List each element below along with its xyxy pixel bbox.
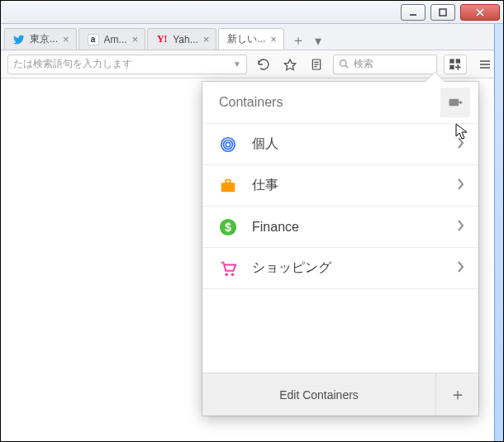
tab-close-icon[interactable]: × <box>63 33 69 45</box>
tab-close-icon[interactable]: × <box>203 33 210 45</box>
svg-rect-15 <box>449 99 459 106</box>
firefox-window: 東京... × a Am... × Y! Yah... × 新しい... × ＋… <box>0 0 504 442</box>
twitter-icon <box>13 34 25 45</box>
bookmark-star-button[interactable] <box>280 55 300 74</box>
svg-text:$: $ <box>225 221 231 233</box>
svg-rect-19 <box>221 183 235 192</box>
close-button[interactable] <box>460 4 500 21</box>
container-label: 個人 <box>252 135 442 153</box>
svg-rect-1 <box>440 9 446 16</box>
dollar-icon: $ <box>219 218 237 236</box>
new-tab-button[interactable]: ＋ <box>288 31 309 50</box>
tab-yahoo[interactable]: Y! Yah... × <box>147 28 216 50</box>
yahoo-icon: Y! <box>156 34 168 45</box>
amazon-icon: a <box>88 34 99 45</box>
url-bar[interactable]: たは検索語句を入力します ▼ <box>7 55 247 74</box>
panel-title: Containers <box>219 95 283 110</box>
search-bar[interactable]: 検索 <box>333 55 437 74</box>
urlbar-dropdown-icon[interactable]: ▼ <box>233 59 241 69</box>
tab-label: 東京... <box>30 32 58 46</box>
containers-icon <box>447 94 464 111</box>
svg-point-17 <box>224 140 233 149</box>
svg-point-16 <box>226 142 231 147</box>
chevron-right-icon <box>457 137 465 152</box>
chevron-right-icon <box>457 261 465 276</box>
briefcase-icon <box>219 177 237 195</box>
svg-rect-10 <box>456 59 460 63</box>
svg-line-8 <box>345 65 348 68</box>
container-label: 仕事 <box>252 177 442 194</box>
hamburger-icon <box>478 58 492 71</box>
tab-label: 新しい... <box>227 32 265 46</box>
svg-rect-11 <box>449 64 454 69</box>
svg-point-24 <box>231 273 235 276</box>
tab-new[interactable]: 新しい... × <box>218 28 284 50</box>
tab-amazon[interactable]: a Am... × <box>78 28 146 50</box>
toolbar: たは検索語句を入力します ▼ 検索 <box>1 50 503 78</box>
window-titlebar <box>1 1 503 24</box>
panel-spacer <box>202 288 478 373</box>
container-label: ショッピング <box>252 259 442 277</box>
reader-button[interactable] <box>307 55 326 74</box>
container-item-shopping[interactable]: ショッピング <box>202 247 478 288</box>
svg-rect-9 <box>449 59 454 63</box>
panel-header: Containers <box>202 82 478 123</box>
hamburger-menu-button[interactable] <box>473 55 497 74</box>
minimize-button[interactable] <box>401 4 426 21</box>
fingerprint-icon <box>219 135 237 154</box>
maximize-button[interactable] <box>430 4 455 21</box>
cart-icon <box>219 259 237 278</box>
containers-toolbar-button[interactable] <box>444 55 467 74</box>
svg-point-23 <box>225 273 228 276</box>
tab-close-icon[interactable]: × <box>132 33 139 45</box>
svg-rect-20 <box>226 179 231 183</box>
add-container-button[interactable]: ＋ <box>435 373 478 416</box>
tabs-dropdown-button[interactable]: ▾ <box>311 31 326 50</box>
tab-label: Am... <box>104 34 127 45</box>
right-edge-strip <box>494 24 503 441</box>
container-item-work[interactable]: 仕事 <box>202 164 478 206</box>
panel-header-icon[interactable] <box>440 88 470 117</box>
reload-button[interactable] <box>254 55 273 74</box>
chevron-right-icon <box>457 220 465 235</box>
search-icon <box>339 59 349 69</box>
tab-twitter[interactable]: 東京... × <box>4 28 77 50</box>
search-placeholder: 検索 <box>354 57 373 71</box>
url-placeholder: たは検索語句を入力します <box>13 57 132 71</box>
container-label: Finance <box>252 220 442 235</box>
chevron-right-icon <box>457 178 465 193</box>
tab-label: Yah... <box>173 34 197 45</box>
grid-plus-icon <box>449 58 462 71</box>
container-item-finance[interactable]: $ Finance <box>202 206 478 247</box>
edit-containers-button[interactable]: Edit Containers <box>202 388 435 402</box>
containers-panel: Containers 個人 仕事 $ <box>202 82 478 416</box>
svg-point-7 <box>340 60 347 67</box>
panel-footer: Edit Containers ＋ <box>202 373 478 416</box>
tab-close-icon[interactable]: × <box>270 33 277 45</box>
tab-strip: 東京... × a Am... × Y! Yah... × 新しい... × ＋… <box>1 24 503 50</box>
container-item-personal[interactable]: 個人 <box>202 123 478 164</box>
svg-marker-2 <box>284 59 295 70</box>
